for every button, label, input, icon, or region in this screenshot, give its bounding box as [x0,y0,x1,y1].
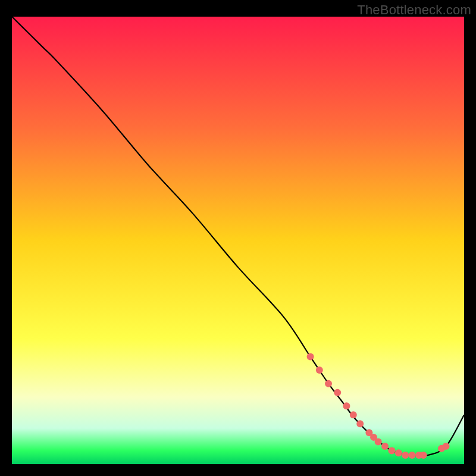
data-marker [409,452,416,459]
watermark-text: TheBottleneck.com [357,2,471,18]
plot-area [12,17,464,464]
data-marker [307,353,314,361]
data-marker [443,443,450,450]
data-marker [325,380,332,387]
data-marker [402,452,409,459]
data-marker [375,438,382,445]
gradient-background [12,17,464,464]
data-marker [343,402,350,409]
data-marker [316,367,323,374]
data-marker [381,443,389,450]
data-marker [420,452,427,459]
data-marker [356,420,364,427]
data-marker [395,449,402,456]
data-marker [388,447,395,454]
chart-container: TheBottleneck.com [0,0,476,476]
data-marker [350,411,357,418]
data-marker [334,389,341,396]
chart-svg [12,17,464,464]
